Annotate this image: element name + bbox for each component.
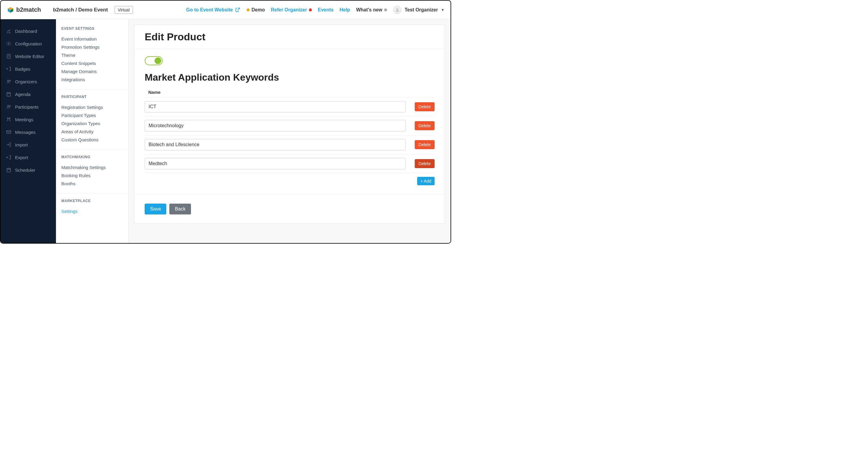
go-to-event-label: Go to Event Website <box>186 7 233 12</box>
subnav-registration-settings[interactable]: Registration Settings <box>61 103 123 111</box>
subnav-manage-domains[interactable]: Manage Domains <box>61 67 123 75</box>
svg-point-12 <box>9 118 10 119</box>
svg-rect-14 <box>7 168 10 172</box>
subnav-header-participant: PARTICIPANT <box>61 95 123 99</box>
save-button[interactable]: Save <box>145 204 166 214</box>
handshake-icon <box>6 117 11 122</box>
column-header-name: Name <box>145 87 435 97</box>
sidebar-item-label: Scheduler <box>15 167 35 173</box>
subnav-booking-rules[interactable]: Booking Rules <box>61 171 123 180</box>
subnav-participant-types[interactable]: Participant Types <box>61 111 123 119</box>
table-row: Delete <box>145 154 435 173</box>
brand-text: b2match <box>16 6 41 13</box>
subnav-areas-of-activity[interactable]: Areas of Activity <box>61 127 123 136</box>
import-icon <box>6 142 11 147</box>
user-icon <box>395 7 400 12</box>
sidebar-item-website-editor[interactable]: Website Editor <box>1 50 56 63</box>
keyword-input[interactable] <box>145 139 406 150</box>
delete-button[interactable]: Delete <box>415 140 435 149</box>
subnav-theme[interactable]: Theme <box>61 51 123 59</box>
refer-label: Refer Organizer <box>271 7 307 12</box>
svg-point-6 <box>7 80 9 82</box>
table-row: Delete <box>145 97 435 116</box>
sidebar-item-export[interactable]: Export <box>1 151 56 164</box>
sidebar-item-dashboard[interactable]: Dashboard <box>1 25 56 37</box>
export-icon <box>6 155 11 160</box>
subnav-integrations[interactable]: Integrations <box>61 75 123 84</box>
svg-point-4 <box>8 43 10 44</box>
brand-logo[interactable]: b2match <box>7 6 41 13</box>
delete-button[interactable]: Delete <box>415 102 435 111</box>
notification-dot-icon <box>309 8 312 11</box>
subnav-header-matchmaking: MATCHMAKING <box>61 155 123 159</box>
edit-product-card: Edit Product Market Application Keywords… <box>134 25 445 224</box>
subnav-marketplace-settings[interactable]: Settings <box>61 207 123 215</box>
sidebar-main: Dashboard Configuration Website Editor B… <box>1 19 56 243</box>
svg-point-11 <box>7 118 8 119</box>
avatar <box>393 6 402 14</box>
sidebar-item-participants[interactable]: Participants <box>1 100 56 113</box>
document-icon <box>6 54 11 59</box>
divider <box>56 89 128 89</box>
whats-new-label: What's new <box>356 7 382 12</box>
users-icon <box>6 104 11 110</box>
table-row: Delete <box>145 135 435 154</box>
keyword-input[interactable] <box>145 120 406 131</box>
enable-toggle[interactable] <box>145 56 163 65</box>
sidebar-item-organizers[interactable]: Organizers <box>1 75 56 88</box>
sidebar-item-label: Badges <box>15 66 30 71</box>
subnav-header-event-settings: EVENT SETTINGS <box>61 27 123 31</box>
sidebar-item-badges[interactable]: Badges <box>1 63 56 75</box>
back-button[interactable]: Back <box>169 204 191 214</box>
whats-new-link[interactable]: What's new <box>356 7 387 12</box>
svg-point-9 <box>7 105 9 107</box>
help-link[interactable]: Help <box>340 7 350 12</box>
events-link[interactable]: Events <box>318 7 334 12</box>
refer-organizer-link[interactable]: Refer Organizer <box>271 7 312 12</box>
keyword-input[interactable] <box>145 101 406 113</box>
user-menu[interactable]: Test Organizer ▼ <box>393 6 444 14</box>
go-to-event-website-link[interactable]: Go to Event Website <box>186 7 241 13</box>
svg-point-7 <box>9 80 10 82</box>
toggle-knob <box>155 58 161 64</box>
sidebar-item-label: Export <box>15 155 28 160</box>
svg-point-3 <box>397 8 398 10</box>
sidebar-item-meetings[interactable]: Meetings <box>1 113 56 126</box>
subnav-matchmaking-settings[interactable]: Matchmaking Settings <box>61 163 123 171</box>
notification-dot-icon <box>384 8 387 11</box>
demo-link[interactable]: Demo <box>247 7 265 12</box>
section-title: Market Application Keywords <box>145 72 435 83</box>
sidebar-item-scheduler[interactable]: Scheduler <box>1 164 56 176</box>
sidebar-item-label: Configuration <box>15 41 42 46</box>
svg-rect-8 <box>7 93 10 96</box>
subnav-content-snippets[interactable]: Content Snippets <box>61 59 123 67</box>
subnav-event-information[interactable]: Event Information <box>61 35 123 43</box>
page-title: Edit Product <box>134 25 445 49</box>
divider <box>56 193 128 193</box>
subnav-header-marketplace: MARKETPLACE <box>61 199 123 203</box>
sidebar-item-label: Dashboard <box>15 29 37 34</box>
cube-icon <box>7 7 14 13</box>
external-link-icon <box>235 7 241 13</box>
sidebar-item-import[interactable]: Import <box>1 138 56 151</box>
sidebar-item-agenda[interactable]: Agenda <box>1 88 56 100</box>
subnav-organization-types[interactable]: Organization Types <box>61 119 123 127</box>
demo-label: Demo <box>251 7 265 12</box>
add-button[interactable]: + Add <box>417 177 435 185</box>
calendar-icon <box>6 167 11 173</box>
sidebar-item-messages[interactable]: Messages <box>1 126 56 138</box>
event-type-badge: Virtual <box>115 6 133 14</box>
delete-button[interactable]: Delete <box>415 159 435 168</box>
content-area: Edit Product Market Application Keywords… <box>129 19 451 243</box>
sidebar-item-label: Agenda <box>15 92 31 97</box>
subnav-custom-questions[interactable]: Custom Questions <box>61 136 123 144</box>
sidebar-item-label: Participants <box>15 104 38 110</box>
sidebar-item-label: Website Editor <box>15 54 44 59</box>
delete-button[interactable]: Delete <box>415 121 435 130</box>
sidebar-item-configuration[interactable]: Configuration <box>1 37 56 50</box>
subnav-promotion-settings[interactable]: Promotion Settings <box>61 43 123 51</box>
subnav-booths[interactable]: Booths <box>61 180 123 188</box>
topnav: b2match b2match / Demo Event Virtual Go … <box>1 1 451 19</box>
breadcrumb[interactable]: b2match / Demo Event <box>53 7 108 13</box>
keyword-input[interactable] <box>145 158 406 169</box>
